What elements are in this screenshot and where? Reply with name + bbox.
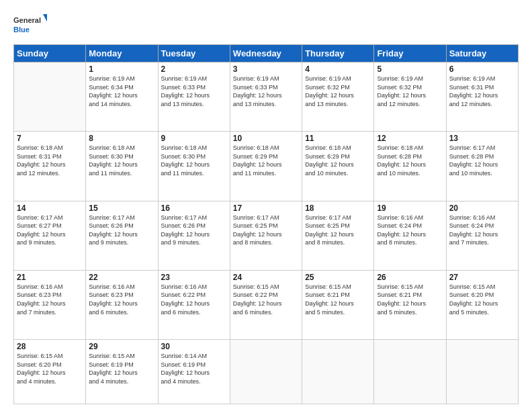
- day-info: Sunrise: 6:19 AM Sunset: 6:34 PM Dayligh…: [89, 75, 154, 108]
- day-number: 12: [377, 134, 443, 143]
- calendar-table: SundayMondayTuesdayWednesdayThursdayFrid…: [13, 44, 519, 404]
- day-info: Sunrise: 6:19 AM Sunset: 6:31 PM Dayligh…: [449, 75, 515, 108]
- week-row-2: 7Sunrise: 6:18 AM Sunset: 6:31 PM Daylig…: [14, 132, 519, 201]
- day-number: 26: [377, 273, 443, 282]
- day-cell: 24Sunrise: 6:15 AM Sunset: 6:22 PM Dayli…: [230, 270, 302, 339]
- day-cell: 8Sunrise: 6:18 AM Sunset: 6:30 PM Daylig…: [86, 132, 158, 201]
- day-number: 30: [161, 342, 227, 351]
- day-number: 3: [233, 64, 299, 74]
- day-info: Sunrise: 6:15 AM Sunset: 6:21 PM Dayligh…: [377, 283, 443, 316]
- day-info: Sunrise: 6:17 AM Sunset: 6:26 PM Dayligh…: [161, 214, 227, 247]
- day-info: Sunrise: 6:17 AM Sunset: 6:27 PM Dayligh…: [17, 214, 83, 247]
- col-header-sunday: Sunday: [14, 45, 86, 62]
- col-header-wednesday: Wednesday: [230, 45, 302, 62]
- day-cell: 4Sunrise: 6:19 AM Sunset: 6:32 PM Daylig…: [302, 62, 374, 132]
- day-cell: 6Sunrise: 6:19 AM Sunset: 6:31 PM Daylig…: [446, 62, 518, 132]
- day-info: Sunrise: 6:18 AM Sunset: 6:29 PM Dayligh…: [233, 144, 299, 177]
- day-cell: 1Sunrise: 6:19 AM Sunset: 6:34 PM Daylig…: [86, 62, 158, 132]
- day-info: Sunrise: 6:17 AM Sunset: 6:28 PM Dayligh…: [449, 144, 515, 177]
- day-info: Sunrise: 6:17 AM Sunset: 6:26 PM Dayligh…: [89, 214, 154, 247]
- col-header-thursday: Thursday: [302, 45, 374, 62]
- day-cell: 19Sunrise: 6:16 AM Sunset: 6:24 PM Dayli…: [374, 201, 446, 270]
- day-number: 4: [305, 64, 371, 74]
- day-info: Sunrise: 6:15 AM Sunset: 6:19 PM Dayligh…: [89, 352, 154, 385]
- day-cell: 3Sunrise: 6:19 AM Sunset: 6:33 PM Daylig…: [230, 62, 302, 132]
- week-row-3: 14Sunrise: 6:17 AM Sunset: 6:27 PM Dayli…: [14, 201, 519, 270]
- day-cell: 5Sunrise: 6:19 AM Sunset: 6:32 PM Daylig…: [374, 62, 446, 132]
- day-info: Sunrise: 6:16 AM Sunset: 6:24 PM Dayligh…: [377, 214, 443, 247]
- day-info: Sunrise: 6:16 AM Sunset: 6:22 PM Dayligh…: [161, 283, 227, 316]
- logo: General Blue: [13, 11, 47, 38]
- day-number: 19: [377, 203, 443, 213]
- day-cell: 18Sunrise: 6:17 AM Sunset: 6:25 PM Dayli…: [302, 201, 374, 270]
- day-cell: 2Sunrise: 6:19 AM Sunset: 6:33 PM Daylig…: [158, 62, 230, 132]
- day-cell: 26Sunrise: 6:15 AM Sunset: 6:21 PM Dayli…: [374, 270, 446, 339]
- logo-svg: General Blue: [13, 11, 47, 38]
- day-cell: 10Sunrise: 6:18 AM Sunset: 6:29 PM Dayli…: [230, 132, 302, 201]
- day-info: Sunrise: 6:19 AM Sunset: 6:32 PM Dayligh…: [377, 75, 443, 108]
- day-cell: [14, 62, 86, 132]
- day-info: Sunrise: 6:16 AM Sunset: 6:24 PM Dayligh…: [449, 214, 515, 247]
- day-cell: 15Sunrise: 6:17 AM Sunset: 6:26 PM Dayli…: [86, 201, 158, 270]
- page: General Blue SundayMondayTuesdayWednesda…: [0, 0, 532, 411]
- day-cell: 27Sunrise: 6:15 AM Sunset: 6:20 PM Dayli…: [446, 270, 518, 339]
- day-info: Sunrise: 6:17 AM Sunset: 6:25 PM Dayligh…: [305, 214, 371, 247]
- day-cell: [374, 340, 446, 404]
- day-cell: [302, 340, 374, 404]
- day-number: 29: [89, 342, 154, 351]
- day-number: 15: [89, 203, 154, 213]
- day-number: 20: [449, 203, 515, 213]
- day-info: Sunrise: 6:19 AM Sunset: 6:33 PM Dayligh…: [233, 75, 299, 108]
- day-number: 22: [89, 273, 154, 282]
- day-cell: 25Sunrise: 6:15 AM Sunset: 6:21 PM Dayli…: [302, 270, 374, 339]
- day-cell: 20Sunrise: 6:16 AM Sunset: 6:24 PM Dayli…: [446, 201, 518, 270]
- day-number: 6: [449, 64, 515, 74]
- day-info: Sunrise: 6:15 AM Sunset: 6:20 PM Dayligh…: [17, 352, 83, 385]
- day-info: Sunrise: 6:15 AM Sunset: 6:20 PM Dayligh…: [449, 283, 515, 316]
- day-info: Sunrise: 6:15 AM Sunset: 6:22 PM Dayligh…: [233, 283, 299, 316]
- day-number: 2: [161, 64, 227, 74]
- day-info: Sunrise: 6:19 AM Sunset: 6:33 PM Dayligh…: [161, 75, 227, 108]
- day-number: 5: [377, 64, 443, 74]
- week-row-5: 28Sunrise: 6:15 AM Sunset: 6:20 PM Dayli…: [14, 340, 519, 404]
- day-number: 25: [305, 273, 371, 282]
- day-cell: 7Sunrise: 6:18 AM Sunset: 6:31 PM Daylig…: [14, 132, 86, 201]
- day-number: 14: [17, 203, 83, 213]
- day-info: Sunrise: 6:18 AM Sunset: 6:29 PM Dayligh…: [305, 144, 371, 177]
- day-cell: 23Sunrise: 6:16 AM Sunset: 6:22 PM Dayli…: [158, 270, 230, 339]
- day-info: Sunrise: 6:14 AM Sunset: 6:19 PM Dayligh…: [161, 352, 227, 385]
- day-cell: [446, 340, 518, 404]
- col-header-tuesday: Tuesday: [158, 45, 230, 62]
- day-info: Sunrise: 6:17 AM Sunset: 6:25 PM Dayligh…: [233, 214, 299, 247]
- day-number: 7: [17, 134, 83, 143]
- day-number: 13: [449, 134, 515, 143]
- day-info: Sunrise: 6:16 AM Sunset: 6:23 PM Dayligh…: [89, 283, 154, 316]
- day-cell: [230, 340, 302, 404]
- day-info: Sunrise: 6:19 AM Sunset: 6:32 PM Dayligh…: [305, 75, 371, 108]
- day-cell: 22Sunrise: 6:16 AM Sunset: 6:23 PM Dayli…: [86, 270, 158, 339]
- day-number: 21: [17, 273, 83, 282]
- day-info: Sunrise: 6:16 AM Sunset: 6:23 PM Dayligh…: [17, 283, 83, 316]
- day-cell: 16Sunrise: 6:17 AM Sunset: 6:26 PM Dayli…: [158, 201, 230, 270]
- day-number: 17: [233, 203, 299, 213]
- week-row-1: 1Sunrise: 6:19 AM Sunset: 6:34 PM Daylig…: [14, 62, 519, 132]
- svg-marker-2: [43, 14, 47, 24]
- col-header-saturday: Saturday: [446, 45, 518, 62]
- day-number: 24: [233, 273, 299, 282]
- day-cell: 28Sunrise: 6:15 AM Sunset: 6:20 PM Dayli…: [14, 340, 86, 404]
- day-info: Sunrise: 6:15 AM Sunset: 6:21 PM Dayligh…: [305, 283, 371, 316]
- day-number: 11: [305, 134, 371, 143]
- day-number: 1: [89, 64, 154, 74]
- day-info: Sunrise: 6:18 AM Sunset: 6:31 PM Dayligh…: [17, 144, 83, 177]
- day-cell: 29Sunrise: 6:15 AM Sunset: 6:19 PM Dayli…: [86, 340, 158, 404]
- day-number: 28: [17, 342, 83, 351]
- day-number: 9: [161, 134, 227, 143]
- day-info: Sunrise: 6:18 AM Sunset: 6:28 PM Dayligh…: [377, 144, 443, 177]
- header: General Blue: [13, 11, 519, 38]
- day-cell: 12Sunrise: 6:18 AM Sunset: 6:28 PM Dayli…: [374, 132, 446, 201]
- svg-text:Blue: Blue: [13, 26, 30, 34]
- day-number: 8: [89, 134, 154, 143]
- day-number: 10: [233, 134, 299, 143]
- week-row-4: 21Sunrise: 6:16 AM Sunset: 6:23 PM Dayli…: [14, 270, 519, 339]
- day-number: 23: [161, 273, 227, 282]
